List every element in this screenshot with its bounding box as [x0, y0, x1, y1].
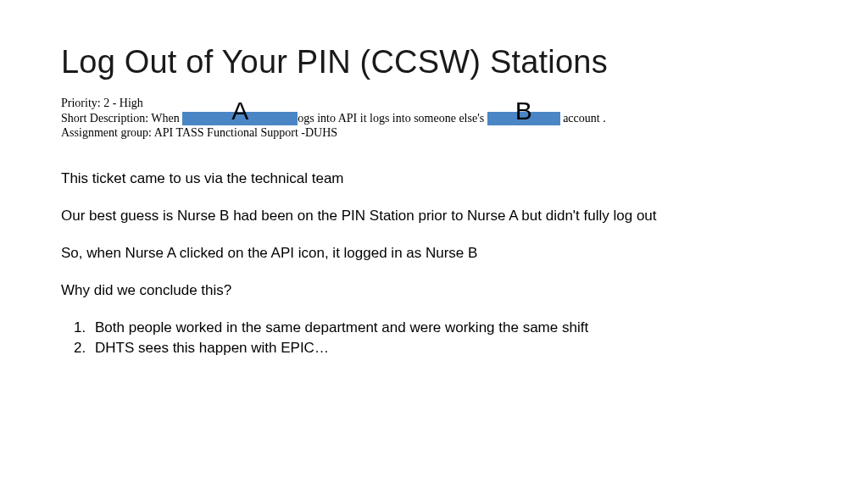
ticket-excerpt: Priority: 2 - High Short Description: Wh… — [61, 96, 807, 141]
body-list: Both people worked in the same departmen… — [61, 319, 807, 358]
shortdesc-mid: ogs into API it logs into someone else's — [298, 112, 484, 125]
body-p3: So, when Nurse A clicked on the API icon… — [61, 244, 807, 263]
slide-content: Log Out of Your PIN (CCSW) Stations Prio… — [0, 0, 868, 393]
redaction-b-label: B — [515, 95, 532, 127]
assignment-label: Assignment group: — [61, 126, 152, 139]
body-p1: This ticket came to us via the technical… — [61, 169, 807, 188]
assignment-value: API TASS Functional Support -DUHS — [154, 126, 337, 139]
shortdesc-pre: When — [151, 112, 179, 125]
ticket-shortdesc-line: Short Description: When A ogs into API i… — [61, 111, 807, 126]
body-p4: Why did we conclude this? — [61, 281, 807, 300]
page-title: Log Out of Your PIN (CCSW) Stations — [61, 44, 807, 80]
redaction-a-label: A — [231, 95, 248, 127]
priority-value: 2 - High — [103, 97, 143, 109]
redaction-a: A — [182, 112, 298, 125]
redaction-b: B — [487, 112, 560, 125]
body-content: This ticket came to us via the technical… — [61, 169, 807, 358]
ticket-priority-line: Priority: 2 - High — [61, 96, 807, 111]
list-item: Both people worked in the same departmen… — [90, 319, 807, 337]
shortdesc-post: account . — [563, 112, 606, 125]
ticket-assignment-line: Assignment group: API TASS Functional Su… — [61, 125, 807, 141]
list-item: DHTS sees this happen with EPIC… — [90, 339, 807, 358]
priority-label: Priority: — [61, 97, 101, 109]
body-p2: Our best guess is Nurse B had been on th… — [61, 207, 807, 225]
shortdesc-label: Short Description: — [61, 112, 148, 125]
